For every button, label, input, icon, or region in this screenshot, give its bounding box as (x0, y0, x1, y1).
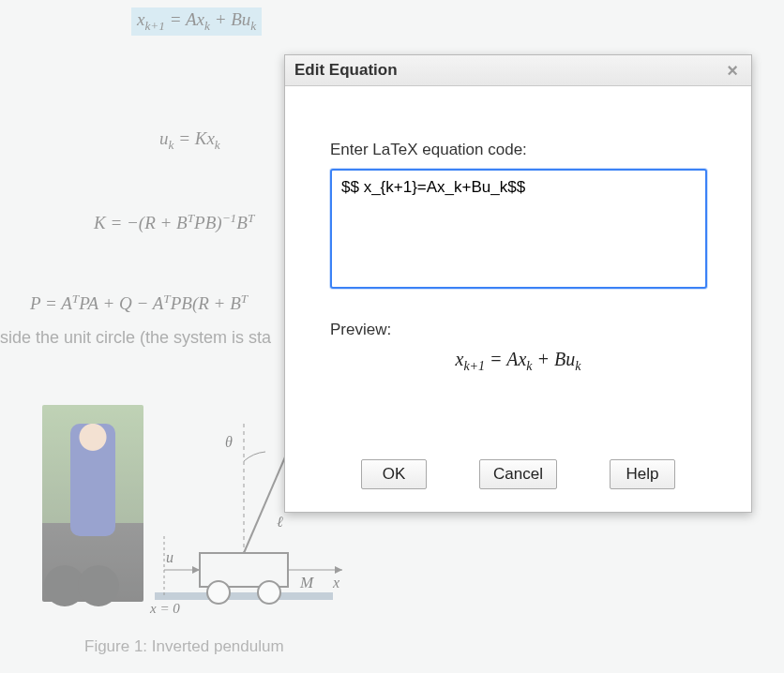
modal-overlay: Edit Equation × Enter LaTeX equation cod… (0, 0, 784, 673)
edit-equation-dialog: Edit Equation × Enter LaTeX equation cod… (284, 54, 752, 513)
cancel-button[interactable]: Cancel (479, 459, 557, 489)
dialog-title: Edit Equation (294, 61, 398, 80)
prompt-label: Enter LaTeX equation code: (330, 141, 706, 159)
preview-label: Preview: (330, 321, 706, 339)
close-icon[interactable]: × (723, 62, 742, 79)
ok-button[interactable]: OK (361, 459, 427, 489)
equation-preview: xk+1 = Axk + Buk (330, 349, 706, 374)
dialog-button-row: OK Cancel Help (285, 459, 751, 508)
help-button[interactable]: Help (610, 459, 675, 489)
latex-code-input[interactable] (330, 169, 707, 289)
dialog-titlebar[interactable]: Edit Equation × (285, 55, 751, 86)
